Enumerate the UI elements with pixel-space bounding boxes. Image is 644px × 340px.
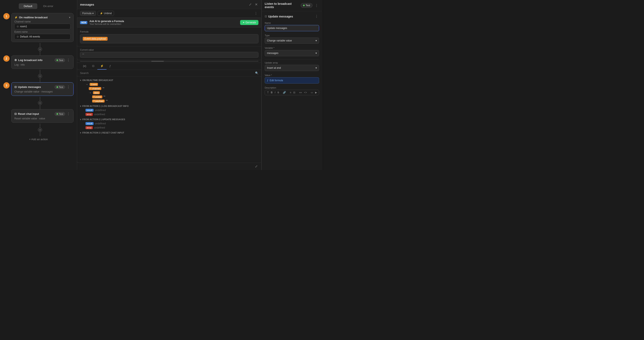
tree-item-error-2[interactable]: error undefined: [77, 126, 261, 130]
close-icon[interactable]: ✕: [254, 2, 258, 7]
connector-2: +: [38, 70, 42, 82]
desc-tool-image[interactable]: ▭: [310, 91, 314, 94]
current-value-area: Current value "": [77, 46, 261, 60]
add-between-3-4[interactable]: +: [38, 101, 42, 105]
value-formula[interactable]: ƒ Edit formula: [265, 77, 319, 83]
connector-line-2: [40, 70, 40, 74]
step-3-more-btn[interactable]: ⋮: [66, 85, 70, 89]
tree-item-data[interactable]: ▾ data: [77, 91, 261, 95]
test-pill[interactable]: Test: [301, 3, 312, 8]
step-1-chevron-icon: ▾: [69, 16, 70, 19]
section-on-realtime-header[interactable]: ▾ ON REALTIME BROADCAST: [77, 78, 261, 82]
tree-item-result-1[interactable]: result undefined: [77, 108, 261, 112]
expand-panel-icon[interactable]: ⤢: [254, 164, 258, 169]
step-3-card[interactable]: ⊡ Update messages Test ⋮ Change variable…: [11, 82, 74, 96]
expand-icon[interactable]: ⤢: [248, 2, 252, 7]
tab-default[interactable]: Default: [19, 3, 37, 9]
desc-tool-link[interactable]: 🔗: [282, 91, 286, 94]
ai-sub: Your formula will be overwritten: [90, 23, 238, 25]
step-4-card[interactable]: ⊡ Reset chat input Test ⋮ Reset variable…: [11, 109, 74, 123]
generate-button[interactable]: ✦ Generate: [240, 20, 258, 25]
desc-tool-code[interactable]: <>: [304, 91, 308, 94]
section-action-1-header[interactable]: ▾ FROM ACTION 1 | LOG BROADCAST INFO: [77, 104, 261, 108]
step-2-more-btn[interactable]: ⋮: [66, 58, 70, 62]
token-event-str: T event: [92, 95, 102, 98]
divider-1: [265, 59, 319, 59]
token-data: data: [93, 91, 100, 94]
step-4-actions: Test ⋮: [54, 112, 70, 116]
token-payload: T payload: [92, 100, 104, 102]
channel-field-icon: ⊙: [17, 25, 19, 28]
connector-line-2b: [40, 78, 40, 82]
desc-tool-I[interactable]: I: [274, 91, 276, 94]
desc-tool-ol[interactable]: ⊟: [292, 91, 296, 94]
section-action-2-header[interactable]: ▾ FROM ACTION 2 | UPDATE MESSAGES: [77, 117, 261, 121]
scroll-bar[interactable]: [80, 61, 258, 62]
update-array-chevron-icon: ▾: [316, 66, 317, 69]
token-result-1: result: [86, 109, 94, 112]
tab-on-error[interactable]: On error: [38, 3, 58, 9]
type-tab-data[interactable]: ⊡: [89, 63, 97, 70]
desc-tool-ul[interactable]: ≡: [289, 91, 292, 94]
section-action-3-header[interactable]: ▾ FROM ACTION 3 | RESET CHAT INPUT: [77, 131, 261, 135]
variable-label: Variable *: [265, 47, 319, 49]
add-action-button[interactable]: + Add an action: [29, 136, 48, 142]
section-chevron-3: ▾: [80, 118, 81, 121]
channel-input[interactable]: ⊙ room1: [14, 24, 70, 29]
step-3-test-badge[interactable]: Test: [54, 85, 65, 89]
tree-item-result-2[interactable]: result undefined: [77, 121, 261, 126]
step-4-test-badge[interactable]: Test: [54, 112, 65, 116]
add-between-1-2[interactable]: +: [38, 47, 42, 51]
desc-tool-blockquote[interactable]: «»: [298, 91, 302, 94]
tree-item-error-1[interactable]: error undefined: [77, 112, 261, 116]
step-4-title: ⊡ Reset chat input: [14, 112, 39, 115]
connector-line-1: [40, 43, 40, 47]
add-between-2-3[interactable]: +: [38, 74, 42, 78]
more-options-icon[interactable]: ⋮: [254, 11, 258, 16]
step-2-title: ⚙ Log broadcast info: [14, 58, 42, 62]
variable-chevron-icon: ▾: [316, 52, 317, 54]
step-2-test-badge[interactable]: Test: [54, 58, 65, 62]
variable-select[interactable]: messages ▾: [265, 50, 319, 56]
desc-tool-T[interactable]: T: [266, 91, 269, 94]
result-2-value: undefined: [95, 122, 106, 125]
formula-token: Event.data.payload: [83, 37, 108, 41]
listen-section: Listen to broadcast events Test ⋮: [262, 0, 322, 11]
test-dot-3: [56, 86, 58, 88]
step-4-more-btn[interactable]: ⋮: [66, 112, 70, 116]
desc-tool-S[interactable]: S: [277, 91, 280, 94]
error-2-value: undefined: [94, 126, 105, 129]
step-3-number: 3: [3, 82, 10, 88]
name-input[interactable]: Update messages: [265, 25, 319, 31]
desc-tool-B[interactable]: B: [270, 91, 273, 94]
desc-tool-video[interactable]: ▶: [314, 91, 318, 94]
type-select[interactable]: Change variable value ▾: [265, 37, 319, 44]
scroll-bar-area: [77, 60, 261, 63]
tree-item-event-sub[interactable]: T event "": [77, 95, 261, 99]
formula-button[interactable]: Formula ▾: [80, 11, 96, 16]
search-input[interactable]: [80, 71, 254, 75]
description-label: Description: [265, 86, 319, 89]
update-icon: ⊡: [14, 85, 17, 88]
type-tab-event[interactable]: ⚡: [97, 63, 106, 70]
update-messages-section: ⊡ Update messages ⋮ Name Update messages…: [262, 11, 322, 101]
add-after-4[interactable]: +: [38, 128, 42, 132]
section-action-1: ▾ FROM ACTION 1 | LOG BROADCAST INFO res…: [77, 104, 261, 116]
tree-item-event[interactable]: ▾ Event: [77, 82, 261, 86]
tree-item-payload[interactable]: T payload "": [77, 99, 261, 103]
update-array-select[interactable]: Insert at end ▾: [265, 65, 319, 71]
tree-item-channel[interactable]: T channel "": [77, 86, 261, 91]
step-2-card[interactable]: ⚙ Log broadcast info Test ⋮ Log · info: [11, 55, 74, 69]
type-tab-binding[interactable]: {e}: [80, 63, 89, 70]
event-input[interactable]: ⊙ Default: All events: [14, 34, 70, 39]
channel-label: Channel name: [14, 20, 70, 23]
search-bar: 🔍: [77, 70, 261, 76]
type-tab-formula[interactable]: ƒ: [106, 63, 114, 70]
payload-value: "": [106, 100, 108, 102]
log-icon: ⚙: [14, 58, 17, 62]
variable-field-group: Variable * messages ▾: [265, 47, 319, 56]
listen-more-btn[interactable]: ⋮: [314, 3, 319, 8]
formula-box[interactable]: Event.data.payload: [80, 34, 258, 43]
unbind-button[interactable]: ⚡ Unbind: [98, 11, 114, 16]
update-more-btn[interactable]: ⋮: [314, 14, 319, 19]
